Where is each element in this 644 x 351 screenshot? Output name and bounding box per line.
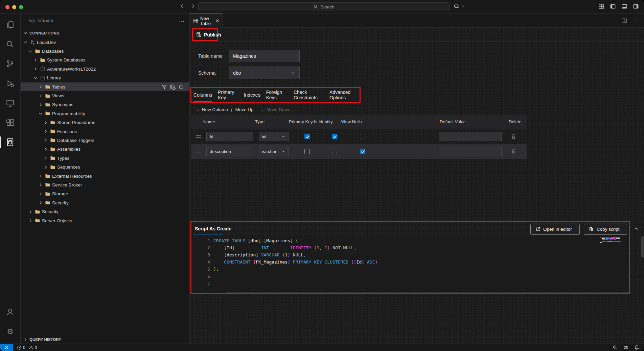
close-window-button[interactable] [5,5,9,9]
sidebar-item-views[interactable]: Views [21,91,189,100]
publish-button[interactable]: Publish [193,32,221,37]
allow-nulls-checkbox[interactable] [360,134,365,139]
zoom-icon[interactable] [613,345,618,350]
copilot-icon[interactable] [623,345,629,350]
code-line[interactable]: 6 [191,273,624,280]
copilot-menu[interactable] [453,3,465,9]
minimap[interactable] [600,237,627,244]
source-control-icon[interactable] [0,54,21,74]
tab-indexes[interactable]: Indexes [244,88,260,102]
close-icon[interactable]: ✕ [215,18,220,24]
chevron-right-icon[interactable] [38,173,43,179]
sidebar-item-service-broker[interactable]: Service Broker [21,180,189,189]
chevron-right-icon[interactable] [38,102,43,107]
tab-primary-key[interactable]: Primary Key [218,88,238,102]
sidebar-item-system-databases[interactable]: System Databases [21,56,189,65]
primary-key-checkbox[interactable] [304,134,310,139]
search-icon[interactable] [0,34,21,54]
column-type-dropdown[interactable]: int [259,132,289,141]
problems-indicator[interactable]: 0 0 [17,345,37,350]
open-in-editor-button[interactable]: Open in editor [530,224,580,235]
drag-handle-icon[interactable] [196,135,201,139]
sidebar-item-adventureworkslt2022[interactable]: AdventureWorksLT2022 [21,65,189,73]
chevron-right-icon[interactable] [43,147,48,152]
code-line[interactable]: 7 [191,280,624,287]
is-identity-checkbox[interactable] [332,149,337,154]
maximize-window-button[interactable] [19,5,23,9]
sidebar-item-sequences[interactable]: Sequences [21,162,189,171]
remote-indicator[interactable] [0,344,13,351]
sidebar-item-stored-procedures[interactable]: Stored Procedures [21,118,189,127]
chevron-right-icon[interactable] [33,57,38,63]
column-type-dropdown[interactable]: varchar [259,147,289,156]
navigate-back-icon[interactable] [179,3,185,9]
notifications-bell-icon[interactable] [634,345,639,350]
allow-nulls-checkbox[interactable] [360,149,365,154]
editor-scrollbar[interactable] [641,236,644,257]
new-column-button[interactable]: +New Column [197,107,228,112]
minimize-window-button[interactable] [12,5,16,9]
chevron-right-icon[interactable] [38,84,43,90]
chevron-right-icon[interactable] [43,155,48,161]
settings-gear-icon[interactable]: ⚙ [0,322,21,342]
run-debug-icon[interactable] [0,74,21,93]
move-down-button[interactable]: ↓Move Down [261,107,291,112]
sidebar-item-programmability[interactable]: Programmability [21,109,189,118]
new-table-icon[interactable] [170,84,176,90]
code-line[interactable]: 1CREATE TABLE [dbo].[Magazines] ( [191,237,624,244]
chevron-right-icon[interactable] [28,209,33,215]
chevron-right-icon[interactable] [38,200,43,205]
chevron-down-icon[interactable] [23,40,28,45]
sidebar-item-external-resources[interactable]: External Resources [21,172,189,180]
chevron-right-icon[interactable] [38,191,43,197]
customize-layout-icon[interactable] [598,3,605,10]
sidebar-item-functions[interactable]: Functions [21,127,189,136]
sql-script-code[interactable]: 1CREATE TABLE [dbo].[Magazines] (2 [Id] … [191,237,624,287]
sidebar-item-types[interactable]: Types [21,154,189,162]
toggle-primary-sidebar-icon[interactable] [610,3,616,10]
chevron-right-icon[interactable] [33,66,38,72]
table-name-input[interactable] [229,50,300,62]
collapse-panel-chevron-icon[interactable] [632,225,640,232]
more-actions-icon[interactable]: ⋯ [179,18,185,24]
tab-columns[interactable]: Columns [193,88,212,102]
sidebar-item-security[interactable]: Security [21,207,189,216]
move-up-button[interactable]: ↑Move Up [230,107,254,112]
chevron-right-icon[interactable] [28,218,33,223]
files-icon[interactable] [0,15,21,34]
column-name-input[interactable] [206,132,253,141]
toggle-panel-icon[interactable] [621,3,628,10]
filter-icon[interactable] [161,84,167,90]
is-identity-checkbox[interactable] [332,134,337,139]
chevron-right-icon[interactable] [38,93,43,99]
drag-handle-icon[interactable] [196,150,201,154]
connections-section-header[interactable]: CONNECTIONS [21,28,189,38]
sidebar-item-storage[interactable]: Storage [21,190,189,198]
sidebar-item-database-triggers[interactable]: Database Triggers [21,136,189,145]
sql-server-icon[interactable] [0,132,21,152]
code-line[interactable]: 3 [description] VARCHAR (1) NULL, [191,251,624,258]
delete-row-icon[interactable] [511,133,516,139]
copy-script-button[interactable]: Copy script [584,224,627,235]
code-line[interactable]: 2 [Id] INT IDENTITY (1, 1) NOT NULL, [191,244,624,251]
chevron-right-icon[interactable] [43,137,48,143]
code-line[interactable]: 4 CONSTRAINT [PK_Magazines] PRIMARY KEY … [191,258,624,266]
sidebar-item-tables[interactable]: Tables [21,82,189,91]
search-input[interactable]: Search [198,2,450,11]
sidebar-item-server-objects[interactable]: Server Objects [21,216,189,225]
delete-row-icon[interactable] [511,148,516,154]
query-history-section-header[interactable]: QUERY HISTORY [21,335,189,344]
default-value-input[interactable] [439,132,502,141]
sidebar-item-synonyms[interactable]: Synonyms [21,100,189,109]
primary-key-checkbox[interactable] [304,149,310,154]
more-actions-icon[interactable]: ⋯ [633,18,639,24]
chevron-right-icon[interactable] [43,129,48,134]
chevron-down-icon[interactable] [38,111,43,116]
remote-explorer-icon[interactable] [0,93,21,113]
chevron-down-icon[interactable] [28,49,33,54]
column-name-input[interactable] [206,147,253,156]
chevron-right-icon[interactable] [38,182,43,187]
chevron-down-icon[interactable] [33,75,38,81]
chevron-right-icon[interactable] [43,120,48,125]
sidebar-item-library[interactable]: Library [21,74,189,82]
